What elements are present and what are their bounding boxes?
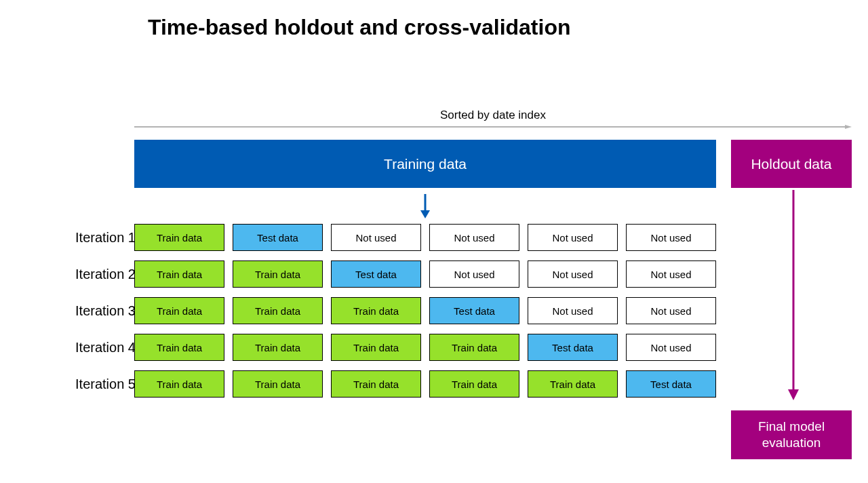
iteration-label: Iteration 5: [20, 370, 142, 398]
cv-cell-test: Test data: [331, 260, 421, 288]
svg-marker-1: [845, 125, 852, 129]
cv-row: Train dataTest dataNot usedNot usedNot u…: [134, 224, 731, 251]
cv-row: Train dataTrain dataTrain dataTrain data…: [134, 370, 731, 398]
training-data-header: Training data: [134, 140, 716, 188]
cv-grid: Train dataTest dataNot usedNot usedNot u…: [134, 224, 731, 407]
cv-cell-train: Train data: [233, 334, 323, 361]
svg-marker-3: [420, 210, 430, 218]
page-title: Time-based holdout and cross-validation: [148, 15, 571, 40]
cv-cell-unused: Not used: [429, 260, 519, 288]
cv-cell-unused: Not used: [528, 224, 618, 251]
iteration-label: Iteration 2: [20, 260, 142, 288]
cv-cell-train: Train data: [233, 260, 323, 288]
cv-cell-test: Test data: [528, 334, 618, 361]
cv-cell-unused: Not used: [626, 334, 716, 361]
cv-row: Train dataTrain dataTest dataNot usedNot…: [134, 260, 731, 288]
cv-cell-train: Train data: [134, 334, 224, 361]
holdout-down-arrow-icon: [787, 190, 800, 400]
cv-cell-train: Train data: [233, 370, 323, 398]
cv-cell-unused: Not used: [626, 224, 716, 251]
cv-cell-unused: Not used: [626, 260, 716, 288]
cv-row: Train dataTrain dataTrain dataTrain data…: [134, 334, 731, 361]
cv-cell-test: Test data: [233, 224, 323, 251]
final-model-evaluation-box: Final model evaluation: [731, 410, 852, 459]
cv-cell-train: Train data: [134, 224, 224, 251]
iteration-label: Iteration 3: [20, 297, 142, 324]
cv-cell-unused: Not used: [626, 297, 716, 324]
cv-cell-unused: Not used: [528, 297, 618, 324]
iteration-label: Iteration 1: [20, 224, 142, 251]
cv-cell-train: Train data: [429, 370, 519, 398]
cv-cell-train: Train data: [429, 334, 519, 361]
cv-cell-unused: Not used: [331, 224, 421, 251]
cv-cell-train: Train data: [331, 297, 421, 324]
cv-cell-train: Train data: [233, 297, 323, 324]
cv-cell-train: Train data: [331, 334, 421, 361]
cv-row: Train dataTrain dataTrain dataTest dataN…: [134, 297, 731, 324]
holdout-data-header: Holdout data: [731, 140, 852, 188]
cv-cell-test: Test data: [429, 297, 519, 324]
cv-cell-train: Train data: [134, 370, 224, 398]
iteration-labels: Iteration 1 Iteration 2 Iteration 3 Iter…: [20, 224, 142, 407]
cv-cell-train: Train data: [331, 370, 421, 398]
cv-cell-train: Train data: [528, 370, 618, 398]
training-down-arrow-icon: [419, 194, 431, 218]
cv-cell-train: Train data: [134, 260, 224, 288]
cv-cell-unused: Not used: [429, 224, 519, 251]
svg-marker-5: [788, 389, 799, 400]
iteration-label: Iteration 4: [20, 334, 142, 361]
sorted-by-label: Sorted by date index: [134, 109, 852, 122]
timeline-arrow-icon: [134, 125, 852, 129]
cv-cell-unused: Not used: [528, 260, 618, 288]
cv-cell-train: Train data: [134, 297, 224, 324]
cv-cell-test: Test data: [626, 370, 716, 398]
